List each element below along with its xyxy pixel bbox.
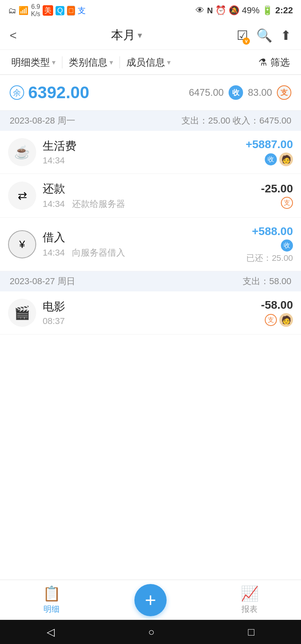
trans-amount-2: -25.00 bbox=[261, 182, 293, 195]
trans-right-4: -58.00 支 🧑 bbox=[261, 299, 293, 327]
trans-avatar-4: 🧑 bbox=[279, 313, 293, 327]
filter-funnel-icon: ⚗ bbox=[258, 57, 267, 68]
trans-body-3: 借入 14:34 向服务器借入 bbox=[43, 230, 240, 259]
filter-label: 筛选 bbox=[270, 56, 290, 69]
trans-time-3: 14:34 向服务器借入 bbox=[43, 247, 240, 259]
trans-right-2: -25.00 支 bbox=[261, 182, 293, 209]
sim-icon: 🗂 bbox=[8, 6, 16, 15]
expense-type-badge-2: 支 bbox=[281, 197, 293, 209]
trans-time-text-3: 14:34 bbox=[43, 248, 65, 258]
expense-badge: 支 bbox=[277, 85, 291, 100]
add-button[interactable]: + bbox=[134, 584, 167, 616]
expense-amount: 83.00 bbox=[248, 87, 272, 98]
report-tab-label: 报表 bbox=[241, 604, 258, 615]
sys-home-button[interactable]: ○ bbox=[148, 626, 155, 638]
clock: 2:22 bbox=[275, 5, 293, 16]
trans-right-1: +5887.00 收 🧑 bbox=[245, 138, 293, 166]
nav-actions: ☑ v 🔍 ⬆ bbox=[237, 28, 291, 43]
system-nav: ◁ ○ □ bbox=[0, 620, 301, 644]
expense-badge-label-4: 支 bbox=[268, 316, 274, 324]
mute-icon: 🔕 bbox=[229, 5, 239, 16]
trans-title-4: 电影 bbox=[43, 299, 255, 314]
date-group-title-2: 2023-08-27 周日 bbox=[10, 275, 75, 287]
app-alipay: 支 bbox=[78, 5, 86, 16]
nav-report-tab[interactable]: 📈 报表 bbox=[229, 585, 270, 615]
report-tab-icon: 📈 bbox=[241, 585, 259, 602]
expense-badge-label-2: 支 bbox=[284, 199, 290, 207]
detail-tab-label: 明细 bbox=[43, 604, 60, 615]
transaction-list: 2023-08-28 周一 支出：25.00 收入：6475.00 ☕ 生活费 … bbox=[0, 111, 301, 644]
app-weibo: □ bbox=[67, 6, 75, 16]
trans-amount-1: +5887.00 bbox=[245, 138, 293, 151]
status-right: 👁 N ⏰ 🔕 49% 🔋 2:22 bbox=[196, 5, 293, 16]
trans-note-2: 还款给服务器 bbox=[72, 199, 125, 209]
battery-icon: 🔋 bbox=[262, 5, 273, 16]
filter-member[interactable]: 成员信息 ▾ bbox=[120, 56, 177, 69]
balance-amount: 6392.00 bbox=[28, 83, 89, 102]
expense-badge-text: 支 bbox=[280, 88, 288, 97]
filter-category-label: 类别信息 bbox=[69, 56, 107, 69]
nav-detail-tab[interactable]: 📋 明细 bbox=[31, 585, 72, 615]
movie-icon: 🎬 bbox=[14, 305, 30, 320]
nav-title[interactable]: 本月 ▾ bbox=[111, 27, 142, 43]
checklist-button[interactable]: ☑ v bbox=[237, 28, 248, 43]
balance-icon: 余 bbox=[10, 85, 24, 100]
income-badge-label-3: 收 bbox=[284, 242, 290, 250]
income-type-badge-1: 收 bbox=[265, 153, 277, 165]
filter-button[interactable]: ⚗ 筛选 bbox=[252, 56, 296, 69]
date-group-title-1: 2023-08-28 周一 bbox=[10, 115, 75, 127]
trans-badge-row-1: 收 🧑 bbox=[245, 153, 293, 166]
trans-time-1: 14:34 bbox=[43, 155, 239, 166]
summary-row: 余 6392.00 6475.00 收 83.00 支 bbox=[0, 75, 301, 111]
sys-back-button[interactable]: ◁ bbox=[47, 626, 55, 638]
transaction-item[interactable]: ⇄ 还款 14:34 还款给服务器 -25.00 支 bbox=[0, 174, 301, 218]
wifi-icon: 📶 bbox=[19, 6, 29, 15]
income-badge-text: 收 bbox=[232, 88, 239, 97]
expense-type-badge-4: 支 bbox=[265, 314, 277, 326]
nav-title-text: 本月 bbox=[111, 27, 135, 43]
detail-tab-icon: 📋 bbox=[43, 585, 61, 602]
income-type-badge-3: 收 bbox=[281, 239, 293, 252]
bottom-nav: 📋 明细 + 📈 报表 bbox=[0, 580, 301, 620]
trans-amount-4: -58.00 bbox=[261, 299, 293, 312]
trans-time-text-2: 14:34 bbox=[43, 199, 65, 209]
income-badge-label-1: 收 bbox=[268, 155, 274, 164]
app-meituan: 美 bbox=[43, 5, 53, 16]
trans-body-4: 电影 08:37 bbox=[43, 299, 255, 326]
sys-recent-button[interactable]: □ bbox=[248, 626, 254, 638]
filter-bar: 明细类型 ▾ 类别信息 ▾ 成员信息 ▾ ⚗ 筛选 bbox=[0, 50, 301, 75]
trans-amount-3: +588.00 bbox=[246, 225, 293, 238]
filter-member-arrow: ▾ bbox=[167, 58, 171, 67]
transaction-item[interactable]: 🎬 电影 08:37 -58.00 支 🧑 bbox=[0, 291, 301, 334]
repay-icon: ⇄ bbox=[18, 189, 27, 202]
summary-right: 6475.00 收 83.00 支 bbox=[189, 85, 291, 100]
trans-right-3: +588.00 收 已还：25.00 bbox=[246, 225, 293, 264]
trans-body-2: 还款 14:34 还款给服务器 bbox=[43, 181, 255, 210]
search-button[interactable]: 🔍 bbox=[256, 28, 272, 43]
filter-detail-type-label: 明细类型 bbox=[11, 56, 50, 69]
filter-category-arrow: ▾ bbox=[109, 58, 113, 67]
filter-detail-type-arrow: ▾ bbox=[52, 58, 56, 67]
transaction-item[interactable]: ☕ 生活费 14:34 +5887.00 收 🧑 bbox=[0, 131, 301, 174]
nav-dropdown-icon: ▾ bbox=[138, 30, 142, 41]
trans-title-2: 还款 bbox=[43, 181, 255, 196]
trans-repaid-3: 已还：25.00 bbox=[246, 252, 293, 264]
share-button[interactable]: ⬆ bbox=[280, 28, 291, 43]
filter-category[interactable]: 类别信息 ▾ bbox=[62, 56, 120, 69]
income-badge: 收 bbox=[229, 85, 243, 100]
coffee-icon: ☕ bbox=[14, 144, 30, 160]
transaction-item[interactable]: ¥ 借入 14:34 向服务器借入 +588.00 收 已还：25.00 bbox=[0, 218, 301, 271]
trans-badge-row-2: 支 bbox=[261, 197, 293, 209]
back-button[interactable]: < bbox=[10, 29, 17, 42]
trans-icon-coffee: ☕ bbox=[8, 138, 36, 166]
income-amount: 6475.00 bbox=[189, 87, 224, 98]
trans-title-1: 生活费 bbox=[43, 138, 239, 154]
borrow-icon: ¥ bbox=[19, 238, 25, 251]
trans-time-4: 08:37 bbox=[43, 316, 255, 326]
date-group-stats-1: 支出：25.00 收入：6475.00 bbox=[181, 115, 291, 127]
filter-detail-type[interactable]: 明细类型 ▾ bbox=[5, 56, 62, 69]
trans-badge-row-3: 收 bbox=[246, 239, 293, 252]
app-qq: Q bbox=[56, 6, 64, 15]
balance-icon-text: 余 bbox=[13, 87, 21, 98]
status-bar: 🗂 📶 6.9 K/s 美 Q □ 支 👁 N ⏰ 🔕 49% 🔋 2:22 bbox=[0, 0, 301, 21]
